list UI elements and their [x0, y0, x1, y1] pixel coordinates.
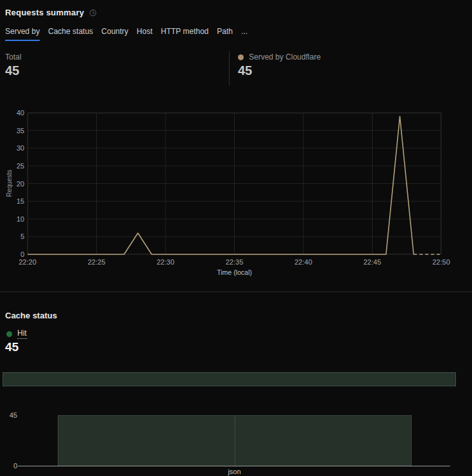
y-tick-label: 5	[0, 232, 24, 241]
bar-json[interactable]	[58, 415, 412, 466]
hit-segment[interactable]	[3, 372, 456, 386]
tab-country[interactable]: Country	[101, 27, 128, 41]
hit-legend: Hit	[6, 329, 27, 339]
x-tick-label: 22:40	[284, 258, 323, 266]
x-tick-label: 22:45	[353, 258, 392, 266]
series-label: Served by Cloudflare	[249, 53, 321, 62]
x-tick-label: 22:30	[146, 258, 185, 266]
x-tick-label: 22:20	[8, 258, 47, 266]
metric-divider	[229, 51, 230, 85]
tab-http-method[interactable]: HTTP method	[161, 27, 208, 41]
tab-more[interactable]: ...	[241, 27, 248, 41]
clock-icon	[89, 9, 97, 17]
y-tick-45: 45	[0, 411, 17, 419]
y-tick-label: 20	[0, 179, 24, 188]
section-header: Requests summary	[5, 8, 97, 17]
x-tick-label: 22:50	[422, 258, 460, 266]
y-tick-label: 40	[0, 108, 24, 117]
y-tick-label: 25	[0, 161, 24, 170]
tab-cache-status[interactable]: Cache status	[48, 27, 93, 41]
hit-value: 45	[5, 340, 19, 354]
y-tick-label: 10	[0, 215, 24, 224]
series-value: 45	[238, 63, 321, 78]
tab-served-by[interactable]: Served by	[5, 27, 40, 41]
y-tick-label: 35	[0, 126, 24, 135]
series-dot-icon	[238, 54, 244, 60]
y-tick-label: 0	[0, 250, 24, 259]
analytics-page: Requests summary Served byCache statusCo…	[0, 0, 472, 476]
hit-label[interactable]: Hit	[17, 329, 27, 339]
metric-served-by-cloudflare: Served by Cloudflare 45	[238, 53, 321, 78]
metric-total: Total 45	[5, 53, 21, 78]
section-divider	[0, 291, 472, 292]
tab-path[interactable]: Path	[217, 27, 233, 41]
requests-line-chart[interactable]: Requests Time (local) 051015202530354022…	[0, 113, 472, 279]
dimension-tabs: Served byCache statusCountryHostHTTP met…	[5, 27, 248, 41]
bar-center-gridline	[235, 416, 235, 466]
tab-host[interactable]: Host	[137, 27, 153, 41]
x-tick-label: 22:25	[78, 258, 116, 266]
page-title: Requests summary	[5, 8, 84, 17]
requests-line-chart-svg[interactable]	[28, 113, 441, 254]
total-value: 45	[5, 63, 21, 78]
total-label: Total	[5, 53, 21, 62]
hit-dot-icon	[6, 331, 12, 337]
x-tick-label: 22:35	[215, 258, 254, 266]
y-tick-label: 15	[0, 197, 24, 206]
x-axis-line	[18, 466, 450, 466]
y-tick-0: 0	[0, 462, 17, 470]
cache-distribution-bar[interactable]	[3, 372, 456, 386]
x-axis-title: Time (local)	[28, 268, 441, 276]
y-tick-label: 30	[0, 144, 24, 152]
cache-status-title: Cache status	[5, 311, 57, 320]
x-category-label: json	[28, 468, 441, 475]
